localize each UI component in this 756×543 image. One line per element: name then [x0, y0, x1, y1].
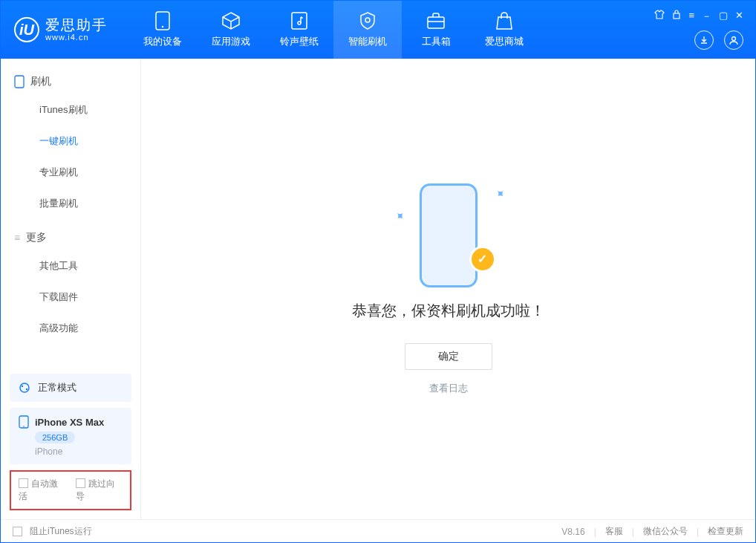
mode-label: 正常模式: [38, 381, 76, 394]
tab-label: 爱思商城: [485, 35, 524, 48]
sidebar-item-batch-flash[interactable]: 批量刷机: [1, 188, 140, 219]
sidebar-item-oneclick-flash[interactable]: 一键刷机: [1, 126, 140, 157]
svg-rect-5: [428, 17, 444, 28]
phone-illustration-icon: [420, 183, 478, 287]
svg-point-13: [23, 426, 25, 427]
tab-ringtones-wallpapers[interactable]: 铃声壁纸: [265, 1, 333, 59]
phone-outline-icon: [19, 415, 29, 429]
header-right: ≡ － ▢ ✕: [654, 1, 755, 59]
svg-rect-8: [15, 76, 24, 88]
nav-tabs: 我的设备 应用游戏 铃声壁纸 智能刷机 工具箱 爱思商城: [128, 1, 538, 59]
ok-button[interactable]: 确定: [405, 343, 492, 370]
tab-my-device[interactable]: 我的设备: [128, 1, 197, 59]
logo-area: iU 爱思助手 www.i4.cn: [1, 17, 121, 42]
sparkle-icon: ✦: [492, 185, 509, 202]
lock-icon[interactable]: [672, 10, 681, 23]
view-log-link[interactable]: 查看日志: [429, 382, 468, 395]
titlebar-controls: ≡ － ▢ ✕: [654, 10, 743, 23]
tab-label: 应用游戏: [212, 35, 250, 48]
svg-point-7: [732, 37, 736, 41]
bag-icon: [495, 11, 514, 30]
menu-icon[interactable]: ≡: [688, 10, 694, 23]
svg-point-11: [26, 388, 27, 390]
svg-point-3: [298, 22, 301, 25]
success-illustration: ✦ ✦ ✓: [397, 183, 501, 287]
svg-rect-6: [674, 13, 680, 19]
version-label: V8.16: [561, 527, 584, 537]
success-message: 恭喜您，保资料刷机成功啦！: [352, 301, 545, 321]
device-panel: 正常模式 iPhone XS Max 256GB iPhone 自动激活 跳过向…: [1, 368, 140, 519]
checkbox-icon: [76, 478, 85, 488]
auto-activate-checkbox[interactable]: 自动激活: [19, 478, 65, 503]
checkbox-icon: [13, 527, 22, 536]
download-icon[interactable]: [694, 30, 714, 50]
sparkle-icon: ✦: [391, 207, 408, 224]
checkmark-badge-icon: ✓: [469, 246, 496, 273]
device-small-icon: [14, 75, 25, 88]
footer: 阻止iTunes运行 V8.16 | 客服 | 微信公众号 | 检查更新: [1, 519, 755, 543]
device-type: iPhone: [19, 446, 62, 457]
app-title: 爱思助手: [45, 18, 108, 33]
footer-link-wechat[interactable]: 微信公众号: [643, 525, 688, 538]
device-mode-row[interactable]: 正常模式: [10, 374, 131, 402]
group-title: 更多: [26, 231, 47, 244]
body-wrap: 刷机 iTunes刷机 一键刷机 专业刷机 批量刷机 ≡ 更多 其他工具 下载固…: [1, 59, 755, 519]
maximize-button[interactable]: ▢: [719, 10, 728, 23]
checkbox-icon: [19, 478, 28, 488]
mode-icon: [19, 382, 30, 394]
music-note-icon: [290, 11, 309, 30]
minimize-button[interactable]: －: [702, 10, 711, 23]
tab-label: 铃声壁纸: [280, 35, 319, 48]
user-icon[interactable]: [724, 30, 743, 50]
tab-label: 工具箱: [422, 35, 451, 48]
phone-icon: [153, 11, 172, 30]
sidebar-item-itunes-flash[interactable]: iTunes刷机: [1, 94, 140, 126]
capacity-badge: 256GB: [35, 432, 75, 443]
sidebar-item-download-firmware[interactable]: 下载固件: [1, 282, 140, 313]
header-action-icons: [694, 30, 743, 50]
footer-right: V8.16 | 客服 | 微信公众号 | 检查更新: [561, 525, 743, 538]
shield-gear-icon: [358, 11, 377, 30]
skip-wizard-checkbox[interactable]: 跳过向导: [76, 478, 123, 503]
app-logo-icon: iU: [14, 17, 39, 42]
device-info-row[interactable]: iPhone XS Max 256GB iPhone: [10, 408, 131, 464]
tshirt-icon[interactable]: [654, 10, 665, 23]
svg-point-1: [162, 26, 163, 27]
block-itunes-checkbox[interactable]: 阻止iTunes运行: [13, 525, 92, 538]
logo-text: 爱思助手 www.i4.cn: [45, 18, 108, 42]
tab-apps-games[interactable]: 应用游戏: [197, 1, 265, 59]
sidebar-item-other-tools[interactable]: 其他工具: [1, 250, 140, 282]
footer-link-support[interactable]: 客服: [605, 525, 623, 538]
cube-icon: [221, 11, 241, 30]
close-button[interactable]: ✕: [735, 10, 743, 23]
svg-point-10: [22, 386, 23, 387]
sidebar: 刷机 iTunes刷机 一键刷机 专业刷机 批量刷机 ≡ 更多 其他工具 下载固…: [1, 59, 141, 519]
tab-label: 智能刷机: [348, 35, 387, 48]
tab-label: 我的设备: [143, 35, 182, 48]
list-icon: ≡: [14, 232, 20, 244]
svg-rect-2: [292, 13, 307, 29]
tab-smart-flash[interactable]: 智能刷机: [333, 1, 402, 59]
svg-point-4: [365, 18, 370, 22]
briefcase-icon: [426, 11, 446, 30]
sidebar-item-advanced[interactable]: 高级功能: [1, 313, 140, 344]
tab-store[interactable]: 爱思商城: [470, 1, 538, 59]
sidebar-group-flash: 刷机: [1, 69, 140, 94]
footer-link-update[interactable]: 检查更新: [708, 525, 743, 538]
sidebar-item-pro-flash[interactable]: 专业刷机: [1, 157, 140, 188]
main-content: ✦ ✦ ✓ 恭喜您，保资料刷机成功啦！ 确定 查看日志: [141, 59, 755, 519]
app-subtitle: www.i4.cn: [45, 33, 108, 42]
app-header: iU 爱思助手 www.i4.cn 我的设备 应用游戏 铃声壁纸 智能刷机 工具…: [1, 1, 755, 59]
highlighted-checks-row: 自动激活 跳过向导: [10, 470, 131, 510]
device-name: iPhone XS Max: [35, 417, 104, 428]
svg-point-9: [20, 383, 29, 392]
tab-toolbox[interactable]: 工具箱: [402, 1, 470, 59]
group-title: 刷机: [30, 75, 51, 88]
sidebar-group-more: ≡ 更多: [1, 225, 140, 250]
